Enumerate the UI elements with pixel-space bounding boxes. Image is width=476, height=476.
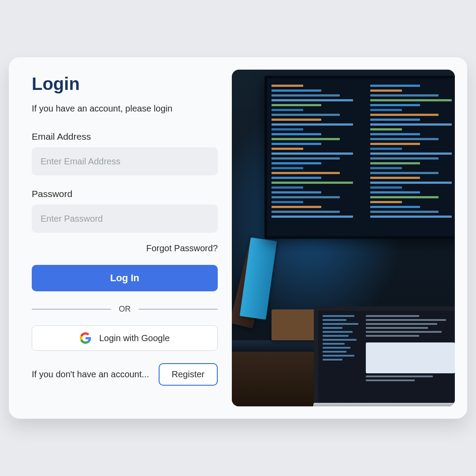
email-field[interactable] [32, 147, 218, 175]
register-prompt: If you don't have an account... [32, 369, 149, 379]
login-button[interactable]: Log In [32, 265, 218, 291]
monitor-icon [264, 76, 455, 239]
forgot-row: Forgot Password? [32, 243, 218, 253]
hero-image [232, 70, 455, 406]
forgot-password-link[interactable]: Forgot Password? [146, 243, 218, 253]
divider: OR [32, 305, 218, 314]
register-button[interactable]: Register [159, 363, 218, 386]
google-login-button[interactable]: Login with Google [32, 325, 218, 351]
page-subtitle: If you have an account, please login [32, 104, 218, 114]
divider-line-right [139, 309, 218, 309]
google-button-label: Login with Google [99, 333, 170, 343]
divider-text: OR [119, 305, 131, 314]
divider-line-left [32, 309, 111, 309]
register-row: If you don't have an account... Register [32, 363, 218, 386]
stand [271, 309, 320, 340]
page-title: Login [32, 74, 218, 94]
email-label: Email Address [32, 131, 218, 142]
google-icon [80, 332, 91, 344]
login-form: Login If you have an account, please log… [21, 70, 219, 406]
password-field[interactable] [32, 205, 218, 233]
login-card: Login If you have an account, please log… [9, 57, 467, 419]
laptop-icon [314, 306, 455, 406]
password-label: Password [32, 189, 218, 199]
